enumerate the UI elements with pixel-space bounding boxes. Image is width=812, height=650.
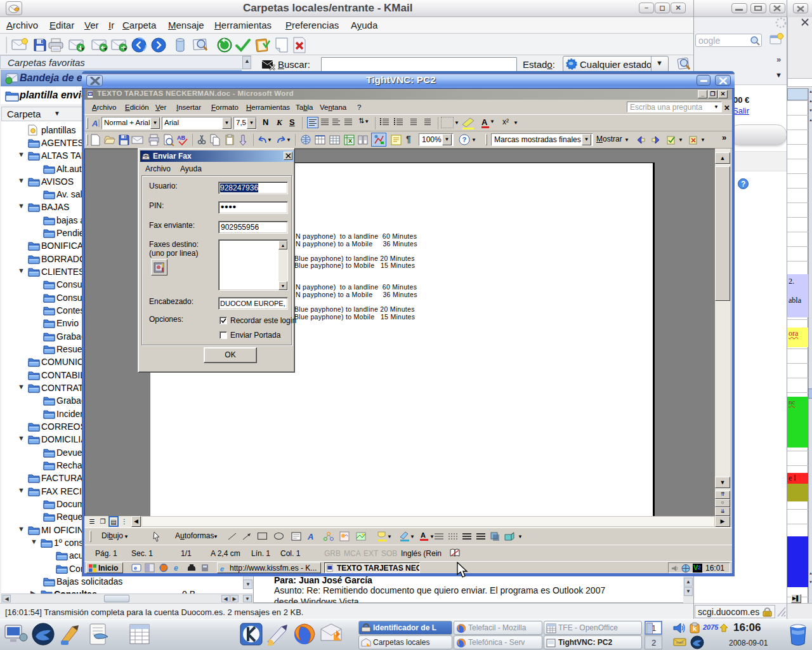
svg-text:A: A (481, 117, 488, 127)
svg-text:▼: ▼ (490, 119, 495, 124)
svg-text:k: k (693, 625, 697, 632)
svg-text:AB: AB (177, 135, 185, 141)
svg-text:?: ? (741, 180, 745, 189)
svg-text:e: e (220, 565, 224, 573)
svg-text:e: e (134, 565, 137, 571)
svg-text:e: e (174, 564, 178, 573)
svg-text:X: X (348, 138, 352, 144)
svg-text:A: A (421, 531, 426, 539)
svg-text:A: A (307, 532, 313, 541)
svg-text:W: W (89, 92, 93, 96)
svg-text:?: ? (462, 136, 467, 143)
svg-text:▼: ▼ (387, 534, 391, 540)
svg-text:▼: ▼ (410, 534, 414, 540)
svg-text:mail: mail (676, 640, 683, 644)
svg-text:A: A (91, 119, 98, 128)
